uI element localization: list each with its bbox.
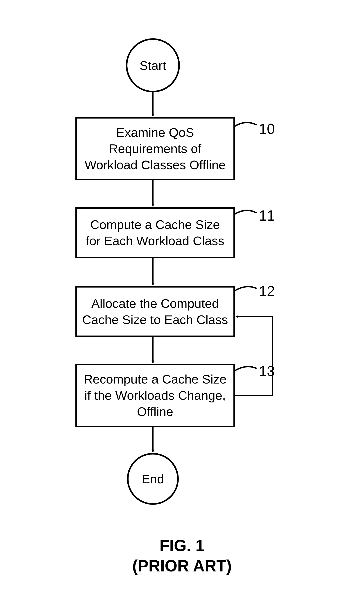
flowchart-page: Start Examine QoS Requirements of Worklo…: [0, 0, 364, 603]
step-recompute-cache-text: Recompute a Cache Size if the Workloads …: [81, 371, 229, 419]
label-11: 11: [259, 207, 275, 224]
label-10: 10: [259, 121, 275, 137]
figure-caption-line1: FIG. 1: [0, 536, 364, 555]
step-examine-qos-text: Examine QoS Requirements of Workload Cla…: [81, 124, 229, 173]
start-label: Start: [140, 58, 166, 73]
step-recompute-cache: Recompute a Cache Size if the Workloads …: [75, 364, 235, 427]
step-examine-qos: Examine QoS Requirements of Workload Cla…: [75, 117, 235, 180]
step-compute-cache: Compute a Cache Size for Each Workload C…: [75, 207, 235, 258]
step-allocate-cache: Allocate the Computed Cache Size to Each…: [75, 286, 235, 337]
end-terminal: End: [127, 453, 179, 505]
step-compute-cache-text: Compute a Cache Size for Each Workload C…: [81, 217, 229, 249]
end-label: End: [142, 472, 164, 486]
label-13: 13: [259, 363, 275, 380]
start-terminal: Start: [126, 38, 180, 93]
figure-caption-line2: (PRIOR ART): [0, 557, 364, 575]
label-12: 12: [259, 283, 275, 300]
step-allocate-cache-text: Allocate the Computed Cache Size to Each…: [81, 295, 229, 328]
